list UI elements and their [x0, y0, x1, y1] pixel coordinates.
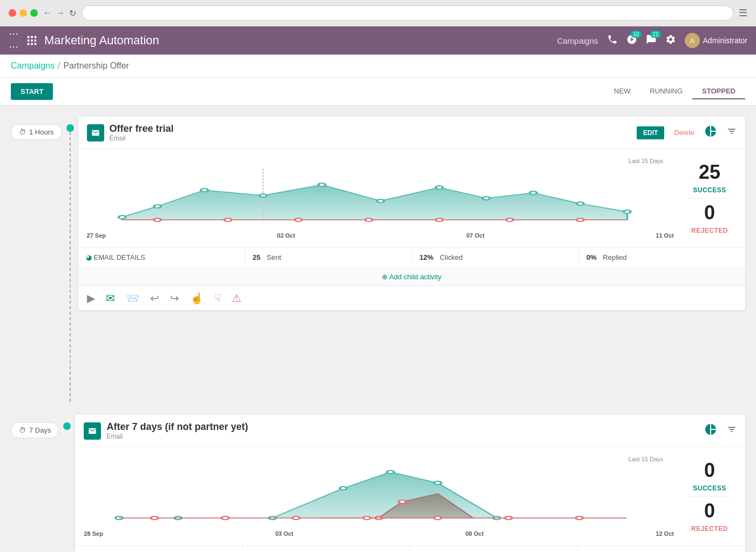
replied-stat-1: 0% Replied: [579, 248, 745, 267]
replied-label-1: Replied: [603, 253, 626, 261]
nav-icons: 10 21 A Administrator: [607, 33, 747, 48]
svg-point-11: [154, 205, 161, 208]
replied-stat-2: 0% Replied: [578, 546, 745, 552]
chart-dates-1: 27 Sep 02 Oct 07 Oct 11 Oct: [87, 232, 674, 239]
traffic-lights: [9, 9, 38, 17]
filter-icon-2[interactable]: [727, 425, 737, 437]
date-mid2-1: 07 Oct: [467, 232, 485, 239]
reload-button[interactable]: ↻: [69, 8, 76, 18]
address-bar[interactable]: [82, 5, 733, 21]
action-reply2-icon[interactable]: ↪: [170, 292, 179, 305]
minimize-button[interactable]: [19, 9, 27, 17]
svg-marker-9: [122, 185, 627, 220]
delete-button-1[interactable]: Delete: [670, 129, 699, 137]
action-reply-icon[interactable]: ↩: [150, 292, 159, 305]
svg-rect-8: [35, 43, 37, 45]
svg-rect-5: [35, 39, 37, 42]
sent-count-1: 25: [253, 253, 260, 261]
settings-icon-btn[interactable]: [665, 34, 676, 48]
date-mid1-1: 02 Oct: [277, 232, 295, 239]
sent-stat-2: 0 Sent: [243, 546, 410, 552]
tab-stopped[interactable]: STOPPED: [692, 84, 745, 99]
messages-icon-btn[interactable]: 21: [646, 34, 657, 48]
chart-label-2: Last 15 Days: [629, 456, 663, 462]
close-button[interactable]: [9, 9, 16, 17]
user-avatar: A: [685, 33, 700, 48]
user-menu-btn[interactable]: A Administrator: [685, 33, 747, 48]
svg-point-17: [482, 197, 489, 200]
card-title-1: Offer free trial: [110, 123, 632, 134]
email-details-btn-1[interactable]: ◕ EMAIL DETAILS: [78, 248, 245, 267]
svg-rect-6: [28, 43, 30, 45]
action-pointer2-icon[interactable]: ☟: [214, 292, 221, 305]
breadcrumb: Campaigns / Partnership Offer: [0, 55, 756, 78]
action-cursor-icon[interactable]: ▶: [87, 292, 95, 305]
pie-chart-icon-1[interactable]: [704, 125, 717, 141]
sent-label-1: Sent: [267, 253, 281, 261]
browser-navigation: ← → ↻: [43, 8, 76, 18]
hamburger-icon[interactable]: ☰: [739, 7, 747, 19]
date-end-2: 12 Oct: [656, 530, 674, 537]
card-title-area-1: Offer free trial Email: [110, 123, 632, 142]
card-header-1: Offer free trial Email EDIT Delete: [78, 117, 745, 149]
breadcrumb-campaigns[interactable]: Campaigns: [11, 61, 55, 71]
maximize-button[interactable]: [30, 9, 38, 17]
card-title-2: After 7 days (if not partner yet): [106, 421, 699, 433]
breadcrumb-current: Partnership Offer: [63, 61, 129, 71]
svg-point-24: [294, 218, 301, 221]
back-button[interactable]: ←: [43, 8, 52, 18]
email-details-bar-2: ◕ EMAIL DETAILS 0 Sent 0% Clicked 0% Rep…: [75, 546, 745, 552]
svg-rect-4: [31, 39, 33, 42]
svg-point-28: [576, 218, 583, 221]
pie-small-icon-1: ◕: [86, 253, 92, 261]
email-icon-2: [84, 422, 101, 440]
svg-point-40: [399, 500, 406, 503]
activity-icon-btn[interactable]: 10: [626, 34, 637, 48]
time-pill-2: ⏱ 7 Days: [11, 422, 59, 438]
activity-actions-1: ▶ ✉ 📨 ↩ ↪ ☝ ☟ ⚠: [78, 286, 745, 310]
svg-point-12: [201, 189, 208, 192]
tab-new[interactable]: NEW: [604, 84, 640, 99]
phone-icon-btn[interactable]: [607, 34, 618, 48]
rejected-count-2: 0: [704, 501, 715, 521]
action-envelope-icon[interactable]: ✉: [106, 292, 115, 305]
filter-icon-1[interactable]: [727, 126, 737, 139]
svg-point-20: [623, 210, 630, 213]
svg-point-22: [154, 218, 161, 221]
card-header-2: After 7 days (if not partner yet) Email: [75, 415, 745, 447]
edit-button-1[interactable]: EDIT: [637, 126, 664, 139]
grid-icon[interactable]: ⋅⋅⋅⋅⋅⋅: [9, 28, 18, 53]
chart-dates-2: 28 Sep 03 Oct 08 Oct 12 Oct: [84, 530, 674, 537]
add-child-button-1[interactable]: Add child activity: [382, 273, 442, 281]
forward-button[interactable]: →: [56, 8, 65, 18]
stats-area-2: 0 SUCCESS 0 REJECTED: [683, 456, 737, 537]
svg-point-16: [435, 186, 442, 189]
sent-stat-1: 25 Sent: [245, 248, 412, 267]
pie-chart-icon-2[interactable]: [704, 423, 717, 439]
chart-area-1: Last 15 Days: [78, 149, 745, 247]
svg-point-34: [340, 487, 347, 490]
svg-point-25: [365, 218, 372, 221]
svg-point-14: [318, 183, 325, 186]
stats-area-1: 25 SUCCESS 0 REJECTED: [683, 158, 737, 239]
action-pointer-icon[interactable]: ☝: [190, 292, 204, 305]
card-title-area-2: After 7 days (if not partner yet) Email: [106, 421, 699, 440]
campaigns-nav-link[interactable]: Campaigns: [557, 36, 598, 45]
action-envelope-open-icon[interactable]: 📨: [126, 292, 139, 305]
action-alert-icon[interactable]: ⚠: [232, 292, 241, 305]
activity-row-1: ⏱ 1 Hours Offer free trial Email EDIT De…: [11, 117, 745, 402]
email-details-btn-2[interactable]: ◕ EMAIL DETAILS: [75, 546, 242, 552]
connector-dot-1: [66, 124, 74, 132]
svg-marker-30: [119, 472, 627, 518]
svg-point-10: [118, 216, 125, 219]
date-mid2-2: 08 Oct: [465, 530, 484, 537]
replied-pct-1: 0%: [586, 253, 597, 261]
tab-running[interactable]: RUNNING: [640, 84, 692, 99]
email-details-label-1: EMAIL DETAILS: [94, 253, 145, 261]
apps-icon[interactable]: [26, 35, 38, 46]
email-details-bar-1: ◕ EMAIL DETAILS 25 Sent 12% Clicked 0% R…: [78, 247, 745, 267]
svg-point-46: [434, 516, 441, 520]
start-button[interactable]: START: [11, 83, 53, 100]
svg-point-44: [293, 516, 300, 520]
connector-dot-2: [63, 422, 71, 430]
